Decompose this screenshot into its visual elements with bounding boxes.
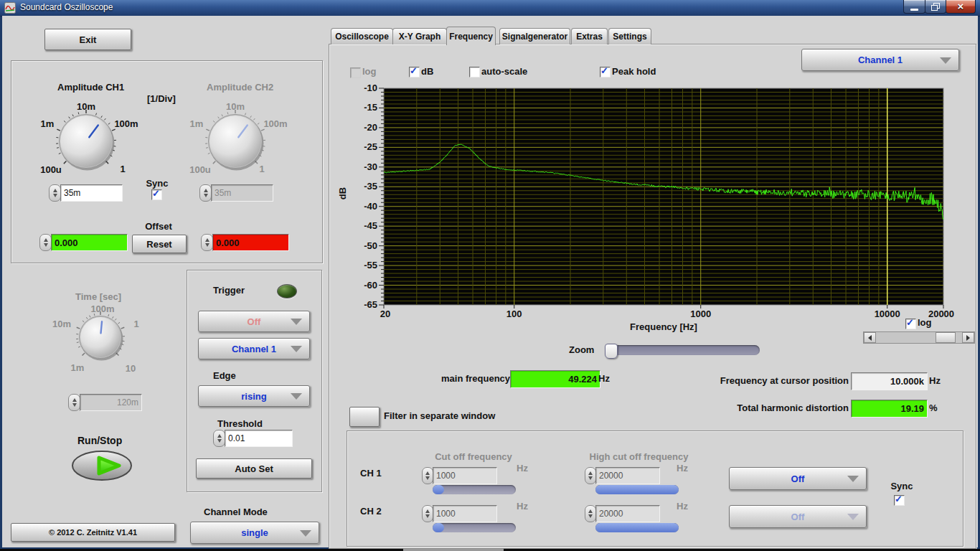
tab-oscilloscope[interactable]: Oscilloscope [331,28,393,44]
tab-extras[interactable]: Extras [571,28,608,44]
tab-signalgenerator[interactable]: Signalgenerator [499,28,570,44]
knob-tick-label: 10m [49,319,75,329]
ch2-low-value[interactable]: 1000 [433,505,497,522]
close-button[interactable]: × [946,0,976,14]
channel-mode-dropdown[interactable]: single [190,522,319,544]
knob-needle [101,321,103,333]
channel-select-dropdown[interactable]: Channel 1 [801,49,959,71]
ch1-low-slider[interactable] [433,485,516,494]
chevron-down-icon [940,57,951,64]
y-tick-label: -35 [347,181,377,192]
knob-tick-label: 100m [259,118,292,129]
y-tick-label: -15 [347,102,377,113]
trigger-edge-dropdown[interactable]: rising [198,385,310,407]
threshold-value[interactable]: 0.01 [225,430,293,447]
offset-ch2-value[interactable]: 0.000 [212,234,289,251]
thd-value: 19.19 [851,400,928,418]
ch1-high-value[interactable]: 20000 [595,467,660,484]
threshold-label: Threshold [217,418,263,429]
amplitude-ch2-label: Amplitude CH2 [207,82,273,93]
amplitude-ch1-spinner[interactable] [49,184,61,202]
frequency-axis-label: Frequency [Hz] [606,321,721,332]
cursor-frequency-value: 10.000k [851,372,928,390]
time-label: Time [sec] [75,291,121,302]
knob-tick-label: 100m [110,118,143,129]
offset-reset-button[interactable]: Reset [132,235,187,253]
ch1-low-value[interactable]: 1000 [433,467,497,484]
x-tick-label: 10000 [866,309,909,319]
scroll-left-arrow-icon[interactable] [864,332,876,343]
runstop-button[interactable] [70,448,133,482]
x-tick-label: 20 [364,309,407,319]
cursor-frequency-label: Frequency at cursor position [717,375,849,386]
xaxis-log-label: log [918,317,932,328]
knob-tick-label: 10 [121,363,141,374]
ch2-low-spinner[interactable] [422,505,433,522]
ch2-high-value[interactable]: 20000 [595,505,660,522]
scroll-right-arrow-icon[interactable] [962,332,974,343]
main-frequency-label: main frequency [441,373,510,384]
log-checkbox [350,67,361,78]
spectrum-plot[interactable] [377,85,951,314]
amplitude-ch2-value: 35m [211,184,273,202]
time-knob [74,311,127,364]
knob-tick-label: 1m [185,118,208,129]
filter-window-button[interactable] [349,407,380,427]
zoom-slider[interactable] [606,345,760,355]
restore-icon [931,3,940,11]
ch1-low-unit: Hz [517,463,528,474]
amplitude-sync-label: Sync [145,178,169,189]
title-bar[interactable]: Soundcard Oszilloscope × [0,0,980,17]
db-checkbox[interactable] [409,67,420,77]
ch2-low-slider[interactable] [433,523,516,532]
tab-frequency[interactable]: Frequency [446,27,496,45]
application-window: Soundcard Oszilloscope × Exit Amplitude … [0,0,980,551]
ch1-label: CH 1 [360,468,382,479]
ch2-filter-mode-dropdown: Off [729,505,867,528]
db-axis-label: dB [337,187,348,199]
amplitude-sync-checkbox[interactable] [151,189,162,200]
scrollbar-thumb[interactable] [936,332,956,343]
tab-xy-graph[interactable]: X-Y Graph [392,28,447,44]
plot-hscrollbar[interactable] [863,331,975,344]
offset-ch2-spinner[interactable] [201,234,213,251]
filter-sync-checkbox[interactable] [894,495,905,506]
ch1-low-spinner[interactable] [422,467,433,484]
ch1-filter-mode-dropdown[interactable]: Off [729,467,867,490]
y-tick-label: -60 [347,280,377,291]
trigger-mode-dropdown[interactable]: Off [198,311,310,332]
exit-button[interactable]: Exit [44,29,131,50]
log-label: log [362,66,377,77]
xaxis-log-checkbox[interactable] [905,319,916,329]
chevron-down-icon [291,319,302,325]
zoom-slider-thumb[interactable] [605,344,618,359]
auto-set-button[interactable]: Auto Set [196,458,312,479]
y-tick-label: -50 [347,240,377,251]
trigger-led-icon [277,284,297,298]
amplitude-ch1-value[interactable]: 35m [60,184,123,202]
ch1-high-unit: Hz [677,463,688,474]
offset-ch1-spinner[interactable] [39,234,52,251]
low-cutoff-header: Cut off frequency [427,451,520,462]
offset-ch1-value[interactable]: 0.000 [51,234,128,251]
chevron-down-icon [291,393,302,400]
y-tick-label: -45 [347,220,377,231]
x-tick-label: 100 [493,309,536,319]
main-frequency-value: 49.224 [510,370,600,388]
minimize-button[interactable] [903,0,925,14]
trigger-source-dropdown[interactable]: Channel 1 [198,338,310,359]
autoscale-checkbox[interactable] [469,67,480,77]
ch1-high-spinner[interactable] [585,467,596,484]
ch2-high-spinner[interactable] [585,505,596,522]
threshold-spinner[interactable] [213,430,225,447]
ch2-low-unit: Hz [517,501,528,512]
amplitude-ch2-spinner [199,184,212,202]
ch2-high-unit: Hz [677,501,688,512]
channel-mode-label: Channel Mode [204,507,268,517]
peakhold-checkbox[interactable] [600,67,611,77]
ch2-high-slider[interactable] [595,523,679,532]
tab-settings[interactable]: Settings [608,28,651,44]
high-cutoff-header: High cut off frequency [580,451,698,462]
ch1-high-slider[interactable] [595,485,679,494]
restore-button[interactable] [925,0,946,14]
